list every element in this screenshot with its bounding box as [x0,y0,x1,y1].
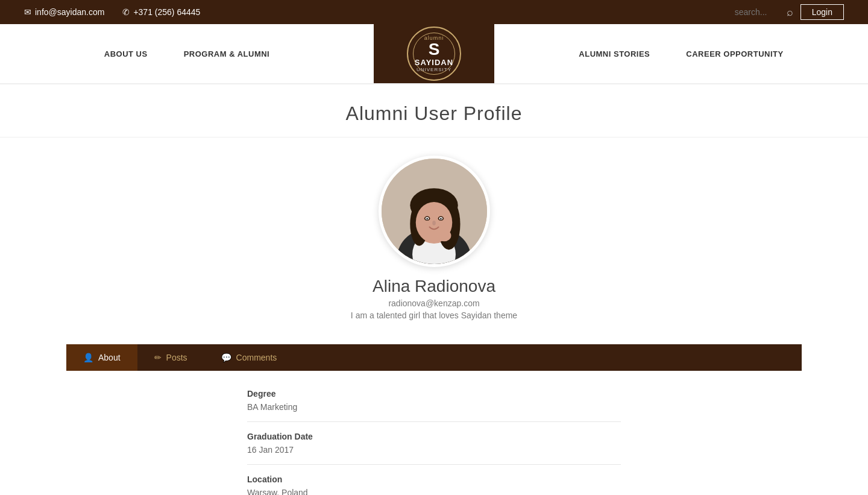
phone-text: +371 (256) 64445 [133,7,200,17]
search-input[interactable] [735,7,783,17]
field-graduation-label: Graduation Date [247,432,621,441]
tab-posts-label: Posts [166,353,187,362]
search-icon[interactable] [787,6,793,19]
avatar [379,156,490,267]
search-box [735,6,793,19]
field-location-label: Location [247,475,621,484]
phone-icon [122,7,130,17]
phone-link[interactable]: +371 (256) 64445 [122,7,200,17]
nav-alumni-stories[interactable]: ALUMNI STORIES [579,49,650,58]
page-title: Alumni User Profile [0,102,868,125]
top-bar-left: info@sayidan.com +371 (256) 64445 [24,7,200,17]
profile-email: radionova@kenzap.com [388,298,479,308]
field-graduation-date: Graduation Date 16 Jan 2017 [247,432,621,465]
top-bar: info@sayidan.com +371 (256) 64445 Login [0,0,868,24]
avatar-image [382,159,487,264]
tab-comments[interactable]: Comments [204,344,294,371]
nav-program-alumni[interactable]: PROGRAM & ALUMNI [184,49,270,58]
nav-about-us[interactable]: ABOUT US [104,49,148,58]
svg-point-16 [432,221,436,225]
logo-badge: alumni S SAYIDAN UNIVERSITY [407,27,461,81]
user-icon [83,353,93,362]
nav-career-opportunity[interactable]: CAREER OPPORTUNITY [686,49,783,58]
comment-icon [221,353,231,362]
field-location: Location Warsaw, Poland [247,475,621,495]
field-location-value: Warsaw, Poland [247,488,621,495]
nav-right: ALUMNI STORIES CAREER OPPORTUNITY [494,24,868,83]
logo-sayidan: SAYIDAN [415,58,453,67]
field-degree-label: Degree [247,389,621,399]
tab-comments-label: Comments [236,353,277,362]
logo[interactable]: alumni S SAYIDAN UNIVERSITY [374,24,494,83]
field-degree-value: BA Marketing [247,402,621,412]
page-title-section: Alumni User Profile [0,84,868,137]
email-text: info@sayidan.com [35,7,104,17]
edit-icon [154,353,162,362]
logo-s: S [429,41,440,58]
logo-badge-inner: alumni S SAYIDAN UNIVERSITY [413,33,455,75]
top-bar-right: Login [735,4,844,20]
logo-university: UNIVERSITY [417,67,451,72]
content-area: Degree BA Marketing Graduation Date 16 J… [247,389,621,495]
tab-about-label: About [98,353,121,362]
svg-point-14 [426,218,428,219]
profile-bio: I am a talented girl that loves Sayidan … [351,311,517,320]
svg-point-15 [439,218,441,219]
mail-icon [24,7,31,17]
tab-posts[interactable]: Posts [137,344,204,371]
tabs-bar: About Posts Comments [66,344,802,371]
main-nav: ABOUT US PROGRAM & ALUMNI alumni S SAYID… [0,24,868,84]
field-degree: Degree BA Marketing [247,389,621,422]
profile-section: Alina Radionova radionova@kenzap.com I a… [0,137,868,332]
nav-left: ABOUT US PROGRAM & ALUMNI [0,24,374,83]
login-button[interactable]: Login [800,4,844,20]
tab-about[interactable]: About [66,344,137,371]
svg-point-17 [437,230,451,241]
profile-name: Alina Radionova [373,277,495,296]
email-link[interactable]: info@sayidan.com [24,7,104,17]
field-graduation-value: 16 Jan 2017 [247,445,621,455]
